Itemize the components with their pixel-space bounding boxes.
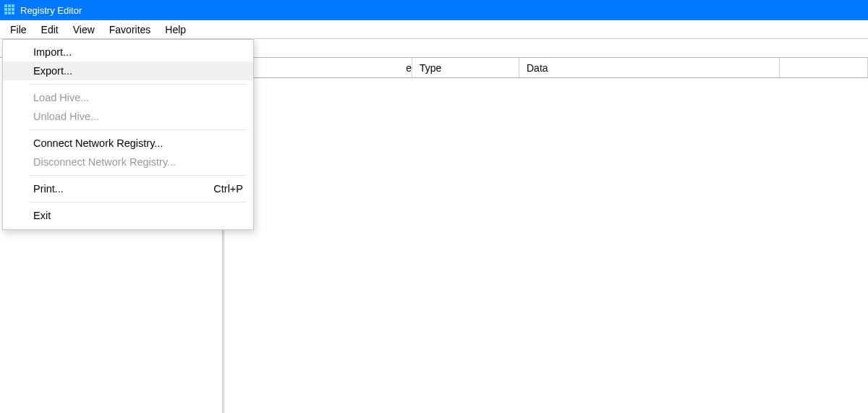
menu-separator xyxy=(29,202,246,203)
listview-header: e Type Data xyxy=(224,58,868,78)
file-menu-print[interactable]: Print... Ctrl+P xyxy=(3,179,253,198)
titlebar-title: Registry Editor xyxy=(20,5,82,16)
file-menu-unload-hive-label: Unload Hive... xyxy=(33,111,99,122)
column-data[interactable]: Data xyxy=(519,58,780,77)
file-menu-connect-network[interactable]: Connect Network Registry... xyxy=(3,134,253,153)
file-menu-exit[interactable]: Exit xyxy=(3,206,253,225)
file-menu-load-hive-label: Load Hive... xyxy=(33,92,89,103)
menu-favorites[interactable]: Favorites xyxy=(102,22,158,38)
menu-file[interactable]: File xyxy=(3,22,34,38)
file-menu-connect-network-label: Connect Network Registry... xyxy=(33,137,163,149)
menu-separator xyxy=(29,175,246,176)
file-menu-print-label: Print... xyxy=(33,183,64,195)
file-menu-exit-label: Exit xyxy=(33,210,51,221)
column-type[interactable]: Type xyxy=(412,58,519,77)
file-menu-import-label: Import... xyxy=(33,46,72,58)
column-spacer xyxy=(780,58,868,77)
menu-separator xyxy=(29,84,246,85)
menu-edit[interactable]: Edit xyxy=(34,22,66,38)
column-name-visible-text: e xyxy=(406,62,412,74)
file-menu-disconnect-network: Disconnect Network Registry... xyxy=(3,153,253,171)
file-menu-import[interactable]: Import... xyxy=(3,43,253,61)
titlebar: Registry Editor xyxy=(0,0,868,20)
file-menu-export[interactable]: Export... xyxy=(3,61,253,80)
file-menu-print-shortcut: Ctrl+P xyxy=(213,183,243,195)
app-icon xyxy=(4,4,16,16)
registry-listview[interactable]: e Type Data xyxy=(224,58,868,413)
menu-separator xyxy=(29,129,246,130)
file-menu-load-hive: Load Hive... xyxy=(3,88,253,107)
file-menu-dropdown: Import... Export... Load Hive... Unload … xyxy=(2,39,254,230)
file-menu-unload-hive: Unload Hive... xyxy=(3,107,253,126)
file-menu-disconnect-network-label: Disconnect Network Registry... xyxy=(33,156,176,168)
menubar: File Edit View Favorites Help xyxy=(0,20,868,39)
menu-view[interactable]: View xyxy=(66,22,102,38)
menu-help[interactable]: Help xyxy=(158,22,193,38)
file-menu-export-label: Export... xyxy=(33,65,72,77)
